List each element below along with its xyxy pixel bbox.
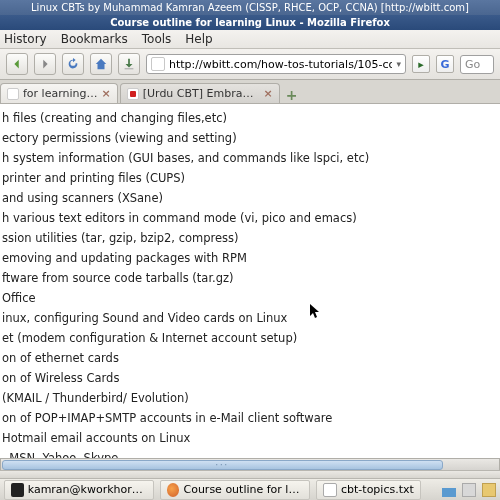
tab-urdu-cbt[interactable]: [Urdu CBT] Embracing Lin… × <box>120 83 280 103</box>
list-item: , MSN, Yahoo, Skype <box>0 448 500 458</box>
menu-help[interactable]: Help <box>185 32 212 46</box>
reload-button[interactable] <box>62 53 84 75</box>
menu-bookmarks[interactable]: Bookmarks <box>61 32 128 46</box>
scrollbar-thumb[interactable]: ··· <box>2 460 443 470</box>
tab-label: [Urdu CBT] Embracing Lin… <box>143 87 260 100</box>
taskbar-label: cbt-topics.txt <box>341 483 414 496</box>
list-item: on of ethernet cards <box>0 348 500 368</box>
list-item: on of Wireless Cards <box>0 368 500 388</box>
status-bar <box>0 470 500 478</box>
menu-tools[interactable]: Tools <box>142 32 172 46</box>
tab-course-outline[interactable]: for learning… × <box>0 83 118 103</box>
home-button[interactable] <box>90 53 112 75</box>
page-content: h files (creating and changing files,etc… <box>0 104 500 458</box>
navigation-toolbar: ▾ ▸ G Go <box>0 49 500 80</box>
parent-window-titlebar: Linux CBTs by Muhammad Kamran Azeem (CIS… <box>0 0 500 15</box>
taskbar-label: Course outline for lear… <box>183 483 303 496</box>
firefox-window-titlebar: Course outline for learning Linux - Mozi… <box>0 15 500 30</box>
close-tab-icon[interactable]: × <box>102 88 111 99</box>
list-item: et (modem configuration & Internet accou… <box>0 328 500 348</box>
url-dropdown-icon[interactable]: ▾ <box>396 59 401 69</box>
taskbar-label: kamran@kworkhorse:… <box>28 483 147 496</box>
list-item: h system information (GUI bases, and com… <box>0 148 500 168</box>
list-item: printer and printing files (CUPS) <box>0 168 500 188</box>
search-engine-button[interactable]: G <box>436 55 454 73</box>
taskbar-item-firefox[interactable]: Course outline for lear… <box>160 480 310 500</box>
list-item: ftware from source code tarballs (tar.gz… <box>0 268 500 288</box>
tray-icon[interactable] <box>462 483 476 497</box>
taskbar-item-terminal[interactable]: kamran@kworkhorse:… <box>4 480 154 500</box>
list-item: and using scanners (XSane) <box>0 188 500 208</box>
back-button[interactable] <box>6 53 28 75</box>
menubar: History Bookmarks Tools Help <box>0 30 500 49</box>
list-item: on of POP+IMAP+SMTP accounts in e-Mail c… <box>0 408 500 428</box>
network-signal-icon[interactable] <box>442 483 456 497</box>
list-item: ectory permissions (viewing and setting) <box>0 128 500 148</box>
new-tab-button[interactable]: + <box>282 87 302 103</box>
tab-favicon-icon <box>7 88 19 100</box>
close-tab-icon[interactable]: × <box>264 88 273 99</box>
terminal-icon <box>11 483 24 497</box>
desktop-taskbar: kamran@kworkhorse:… Course outline for l… <box>0 478 500 500</box>
tab-label: for learning… <box>23 87 98 100</box>
forward-button[interactable] <box>34 53 56 75</box>
svg-rect-0 <box>125 68 134 69</box>
list-item: Hotmail email accounts on Linux <box>0 428 500 448</box>
list-item: Office <box>0 288 500 308</box>
menu-history[interactable]: History <box>4 32 47 46</box>
search-placeholder: Go <box>465 58 480 71</box>
taskbar-item-texteditor[interactable]: cbt-topics.txt <box>316 480 421 500</box>
list-item: h files (creating and changing files,etc… <box>0 108 500 128</box>
list-item: h various text editors in command mode (… <box>0 208 500 228</box>
tab-favicon-icon <box>127 88 139 100</box>
firefox-icon <box>167 483 179 497</box>
list-item: emoving and updating packages with RPM <box>0 248 500 268</box>
text-file-icon <box>323 483 337 497</box>
url-input[interactable] <box>169 58 392 71</box>
list-item: ssion utilities (tar, gzip, bzip2, compr… <box>0 228 500 248</box>
list-item: (KMAIL / Thunderbird/ Evolution) <box>0 388 500 408</box>
list-item: inux, configuring Sound and Video cards … <box>0 308 500 328</box>
search-box[interactable]: Go <box>460 55 494 74</box>
tab-bar: for learning… × [Urdu CBT] Embracing Lin… <box>0 80 500 104</box>
tray-icon[interactable] <box>482 483 496 497</box>
go-button[interactable]: ▸ <box>412 55 430 73</box>
downloads-button[interactable] <box>118 53 140 75</box>
url-bar[interactable]: ▾ <box>146 54 406 74</box>
page-favicon-icon <box>151 57 165 71</box>
mouse-cursor-icon <box>310 304 322 323</box>
